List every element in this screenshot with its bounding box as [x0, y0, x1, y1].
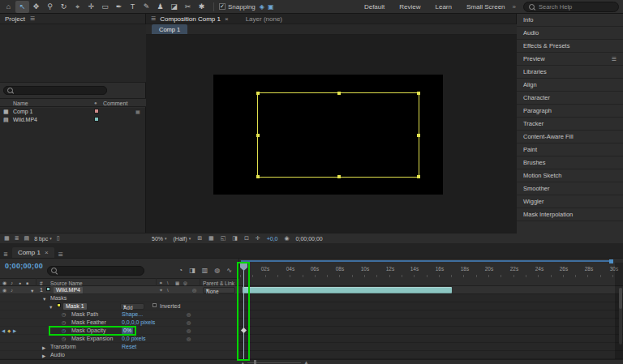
- trash-icon[interactable]: ▯: [57, 235, 60, 242]
- shape-tool-icon[interactable]: ▭: [98, 1, 112, 13]
- graph-row[interactable]: [239, 310, 623, 319]
- panel-tab-audio[interactable]: Audio: [517, 27, 623, 40]
- layer-quality-switch-icon[interactable]: \: [167, 287, 169, 293]
- orbit-camera-tool-icon[interactable]: ↻: [57, 1, 71, 13]
- mask-handle[interactable]: [417, 134, 420, 137]
- mask1-row[interactable]: ▼ Mask 1 Add ▾ Inverted: [0, 302, 239, 310]
- eye-icon[interactable]: ◉: [2, 287, 6, 293]
- mask-handle[interactable]: [256, 92, 260, 95]
- parent-dropdown[interactable]: None ▾: [203, 287, 235, 293]
- home-icon[interactable]: ⌂: [2, 1, 15, 13]
- panel-tab-libraries[interactable]: Libraries: [517, 66, 623, 79]
- stopwatch-icon[interactable]: ◷: [62, 319, 66, 326]
- layer-fx-switch-icon[interactable]: ✦: [159, 287, 163, 293]
- column-name[interactable]: Name: [13, 101, 28, 106]
- panel-tab-motion-sketch[interactable]: Motion Sketch: [517, 169, 623, 182]
- mask-feather-row[interactable]: ◷ Mask Feather 0,0,0,0 pixels ◎: [0, 319, 239, 327]
- project-search-field[interactable]: [3, 86, 107, 95]
- panel-tab-preview[interactable]: Preview☰: [517, 53, 623, 66]
- masks-group-label[interactable]: Masks: [50, 295, 67, 302]
- channel-icon[interactable]: ◨: [232, 235, 238, 242]
- composition-viewer[interactable]: [146, 35, 517, 233]
- panel-menu-icon[interactable]: ☰: [58, 251, 63, 258]
- property-name[interactable]: Mask Opacity: [71, 328, 105, 334]
- transform-reset[interactable]: Reset: [122, 344, 136, 350]
- new-folder-icon[interactable]: ▤: [24, 235, 30, 242]
- timeline-graph-area[interactable]: 02s 04s 06s 08s 10s 12s 14s 16s 18s 20s …: [239, 259, 623, 364]
- property-pickwhip-icon[interactable]: ◎: [187, 336, 191, 342]
- snapshot-camera-icon[interactable]: ◉: [285, 235, 290, 242]
- stopwatch-active-icon[interactable]: ◷: [62, 328, 66, 334]
- puppet-pin-tool-icon[interactable]: ✱: [195, 1, 208, 13]
- pan-behind-tool-icon[interactable]: ✛: [84, 1, 98, 13]
- graph-row[interactable]: [239, 302, 623, 310]
- workspace-review[interactable]: Review: [399, 3, 420, 11]
- stopwatch-icon[interactable]: ◷: [62, 311, 66, 318]
- mask-opacity-row[interactable]: ◀ ◆ ▶ ◷ Mask Opacity 0% ◎: [0, 327, 239, 335]
- timeline-search-field[interactable]: [47, 266, 144, 276]
- layer-source-name[interactable]: Wild.MP4: [54, 287, 83, 293]
- grid-view-icon[interactable]: ▦: [4, 235, 10, 242]
- project-panel-tab[interactable]: Project ☰: [0, 14, 145, 24]
- graph-editor-icon[interactable]: ∿: [226, 267, 232, 274]
- close-tab-icon[interactable]: ×: [225, 15, 229, 23]
- mini-flowchart-icon[interactable]: ◔: [178, 267, 183, 274]
- clone-stamp-tool-icon[interactable]: ♟: [153, 1, 167, 13]
- next-keyframe-icon[interactable]: ▶: [13, 328, 16, 334]
- eye-icon[interactable]: ◉: [2, 280, 6, 286]
- column-comment[interactable]: Comment: [103, 101, 127, 106]
- previous-keyframe-icon[interactable]: ◀: [2, 328, 5, 334]
- layer-label-color-chip[interactable]: [46, 287, 50, 291]
- audio-group-row[interactable]: ▶ Audio: [0, 351, 239, 359]
- stopwatch-icon[interactable]: ◷: [62, 336, 66, 342]
- panel-menu-icon[interactable]: ☰: [612, 56, 617, 62]
- magnification-select[interactable]: 50%▾: [152, 236, 167, 242]
- expand-transform-icon[interactable]: ▶: [42, 345, 45, 351]
- mask-expansion-row[interactable]: ◷ Mask Expansion 0,0 pixels ◎: [0, 335, 239, 343]
- project-item-name[interactable]: Comp 1: [13, 109, 33, 115]
- time-ruler[interactable]: 02s 04s 06s 08s 10s 12s 14s 16s 18s 20s …: [239, 263, 623, 278]
- workspace-overflow-icon[interactable]: »: [513, 3, 516, 11]
- mask-outline[interactable]: [257, 92, 419, 178]
- mask-visibility-icon[interactable]: ◱: [221, 235, 226, 242]
- exposure-value[interactable]: +0,0: [267, 236, 278, 242]
- mask-handle[interactable]: [417, 92, 420, 95]
- mask-handle[interactable]: [337, 92, 341, 95]
- transform-label[interactable]: Transform: [50, 344, 76, 350]
- mask-inverted-checkbox[interactable]: [153, 303, 157, 307]
- panel-tab-character[interactable]: Character: [517, 92, 623, 105]
- zoom-out-icon[interactable]: ▴: [242, 360, 244, 364]
- snap-to-edges-icon[interactable]: ◈: [260, 3, 264, 11]
- panel-tab-brushes[interactable]: Brushes: [517, 156, 623, 169]
- column-parent-link[interactable]: Parent & Link: [203, 280, 234, 286]
- current-time-indicator-line[interactable]: [243, 263, 244, 359]
- grid-guides-icon[interactable]: ▦: [208, 235, 214, 242]
- project-row-comp[interactable]: ▦ Comp 1 ▦: [0, 108, 145, 116]
- label-color-chip[interactable]: [94, 109, 99, 113]
- graph-row[interactable]: [239, 319, 623, 327]
- expand-mask1-icon[interactable]: ▼: [49, 304, 53, 310]
- shy-layers-icon[interactable]: ◨: [189, 267, 195, 274]
- property-value[interactable]: 0%: [122, 328, 133, 334]
- panel-menu-icon[interactable]: ☰: [30, 15, 35, 22]
- panel-tab-tracker[interactable]: Tracker: [517, 118, 623, 131]
- zoom-tool-icon[interactable]: ⚲: [43, 1, 57, 13]
- audio-icon[interactable]: ♪: [11, 287, 13, 293]
- roto-brush-tool-icon[interactable]: ✂: [181, 1, 195, 13]
- graph-row[interactable]: [239, 343, 623, 351]
- mask-name[interactable]: Mask 1: [63, 303, 87, 310]
- audio-icon[interactable]: ♪: [11, 280, 13, 286]
- mask-handle[interactable]: [417, 175, 420, 178]
- parent-pickwhip-icon[interactable]: ◎: [192, 287, 196, 293]
- add-keyframe-icon[interactable]: ◆: [7, 328, 11, 334]
- timeline-zoom-control[interactable]: ▴ ▲: [242, 360, 308, 364]
- panel-tab-paint[interactable]: Paint: [517, 143, 623, 156]
- region-of-interest-icon[interactable]: ⊡: [244, 235, 249, 242]
- panel-tab-smoother[interactable]: Smoother: [517, 182, 623, 195]
- panel-tab-wiggler[interactable]: Wiggler: [517, 195, 623, 208]
- mask-mode-dropdown[interactable]: Add ▾: [120, 303, 144, 310]
- safe-zones-icon[interactable]: ⊞: [197, 235, 202, 242]
- brush-tool-icon[interactable]: ✎: [140, 1, 153, 13]
- property-value[interactable]: 0,0,0,0 pixels: [122, 319, 155, 326]
- layer-duration-bar[interactable]: [243, 287, 452, 293]
